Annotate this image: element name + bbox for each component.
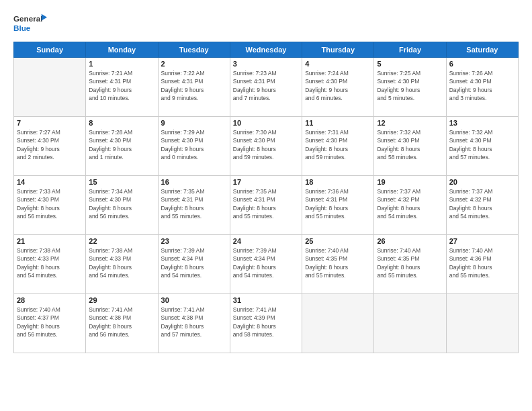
- day-cell: 8Sunrise: 7:28 AM Sunset: 4:30 PM Daylig…: [86, 117, 158, 176]
- day-info: Sunrise: 7:41 AM Sunset: 4:38 PM Dayligh…: [161, 306, 227, 338]
- day-info: Sunrise: 7:28 AM Sunset: 4:30 PM Dayligh…: [89, 128, 154, 161]
- day-cell: 18Sunrise: 7:36 AM Sunset: 4:31 PM Dayli…: [302, 176, 374, 235]
- week-row-4: 21Sunrise: 7:38 AM Sunset: 4:33 PM Dayli…: [14, 235, 519, 294]
- svg-text:Blue: Blue: [13, 24, 31, 32]
- day-number: 16: [161, 178, 227, 186]
- day-info: Sunrise: 7:39 AM Sunset: 4:34 PM Dayligh…: [233, 246, 299, 279]
- day-number: 1: [89, 60, 154, 68]
- day-cell: 20Sunrise: 7:37 AM Sunset: 4:32 PM Dayli…: [446, 176, 518, 235]
- logo-svg: General Blue: [13, 11, 47, 36]
- day-number: 2: [161, 60, 227, 68]
- day-number: 20: [449, 178, 515, 186]
- day-number: 8: [89, 119, 154, 127]
- day-cell: 25Sunrise: 7:40 AM Sunset: 4:35 PM Dayli…: [302, 235, 374, 294]
- day-info: Sunrise: 7:41 AM Sunset: 4:38 PM Dayligh…: [89, 306, 154, 338]
- day-cell: 6Sunrise: 7:26 AM Sunset: 4:30 PM Daylig…: [446, 58, 518, 117]
- day-cell: 26Sunrise: 7:40 AM Sunset: 4:35 PM Dayli…: [374, 235, 446, 294]
- day-info: Sunrise: 7:35 AM Sunset: 4:31 PM Dayligh…: [161, 187, 227, 220]
- day-cell: 16Sunrise: 7:35 AM Sunset: 4:31 PM Dayli…: [158, 176, 230, 235]
- col-header-thursday: Thursday: [302, 42, 374, 58]
- col-header-tuesday: Tuesday: [158, 42, 230, 58]
- day-number: 22: [89, 237, 154, 245]
- day-cell: [302, 294, 374, 353]
- day-number: 25: [305, 237, 371, 245]
- page-header: General Blue: [13, 11, 519, 36]
- day-info: Sunrise: 7:37 AM Sunset: 4:32 PM Dayligh…: [449, 187, 515, 220]
- day-cell: 30Sunrise: 7:41 AM Sunset: 4:38 PM Dayli…: [158, 294, 230, 353]
- day-info: Sunrise: 7:30 AM Sunset: 4:30 PM Dayligh…: [233, 128, 299, 161]
- day-number: 3: [233, 60, 299, 68]
- day-number: 14: [17, 178, 83, 186]
- col-header-wednesday: Wednesday: [230, 42, 302, 58]
- logo: General Blue: [13, 11, 47, 36]
- day-cell: 14Sunrise: 7:33 AM Sunset: 4:30 PM Dayli…: [14, 176, 86, 235]
- day-info: Sunrise: 7:29 AM Sunset: 4:30 PM Dayligh…: [161, 128, 227, 161]
- day-info: Sunrise: 7:34 AM Sunset: 4:30 PM Dayligh…: [89, 187, 154, 220]
- day-info: Sunrise: 7:25 AM Sunset: 4:30 PM Dayligh…: [377, 69, 443, 102]
- day-cell: 5Sunrise: 7:25 AM Sunset: 4:30 PM Daylig…: [374, 58, 446, 117]
- day-cell: 12Sunrise: 7:32 AM Sunset: 4:30 PM Dayli…: [374, 117, 446, 176]
- day-info: Sunrise: 7:41 AM Sunset: 4:39 PM Dayligh…: [233, 306, 299, 338]
- week-row-3: 14Sunrise: 7:33 AM Sunset: 4:30 PM Dayli…: [14, 176, 519, 235]
- svg-marker-2: [42, 14, 47, 21]
- day-cell: 28Sunrise: 7:40 AM Sunset: 4:37 PM Dayli…: [14, 294, 86, 353]
- day-number: 11: [305, 119, 371, 127]
- day-number: 12: [377, 119, 443, 127]
- day-cell: 31Sunrise: 7:41 AM Sunset: 4:39 PM Dayli…: [230, 294, 302, 353]
- day-cell: 22Sunrise: 7:38 AM Sunset: 4:33 PM Dayli…: [86, 235, 158, 294]
- day-cell: [374, 294, 446, 353]
- day-info: Sunrise: 7:32 AM Sunset: 4:30 PM Dayligh…: [377, 128, 443, 161]
- day-number: 24: [233, 237, 299, 245]
- day-cell: 9Sunrise: 7:29 AM Sunset: 4:30 PM Daylig…: [158, 117, 230, 176]
- col-header-monday: Monday: [86, 42, 158, 58]
- day-cell: 23Sunrise: 7:39 AM Sunset: 4:34 PM Dayli…: [158, 235, 230, 294]
- day-cell: 24Sunrise: 7:39 AM Sunset: 4:34 PM Dayli…: [230, 235, 302, 294]
- day-info: Sunrise: 7:40 AM Sunset: 4:35 PM Dayligh…: [305, 246, 371, 279]
- day-number: 6: [449, 60, 515, 68]
- day-number: 5: [377, 60, 443, 68]
- calendar-table: SundayMondayTuesdayWednesdayThursdayFrid…: [13, 42, 519, 353]
- day-info: Sunrise: 7:40 AM Sunset: 4:37 PM Dayligh…: [17, 306, 83, 338]
- day-cell: 3Sunrise: 7:23 AM Sunset: 4:31 PM Daylig…: [230, 58, 302, 117]
- day-cell: 2Sunrise: 7:22 AM Sunset: 4:31 PM Daylig…: [158, 58, 230, 117]
- day-info: Sunrise: 7:40 AM Sunset: 4:36 PM Dayligh…: [449, 246, 515, 279]
- day-info: Sunrise: 7:36 AM Sunset: 4:31 PM Dayligh…: [305, 187, 371, 220]
- col-header-friday: Friday: [374, 42, 446, 58]
- day-number: 7: [17, 119, 83, 127]
- day-number: 29: [89, 296, 154, 304]
- day-info: Sunrise: 7:23 AM Sunset: 4:31 PM Dayligh…: [233, 69, 299, 102]
- day-number: 28: [17, 296, 83, 304]
- day-number: 19: [377, 178, 443, 186]
- col-header-saturday: Saturday: [446, 42, 518, 58]
- day-info: Sunrise: 7:27 AM Sunset: 4:30 PM Dayligh…: [17, 128, 83, 161]
- day-cell: 1Sunrise: 7:21 AM Sunset: 4:31 PM Daylig…: [86, 58, 158, 117]
- day-info: Sunrise: 7:31 AM Sunset: 4:30 PM Dayligh…: [305, 128, 371, 161]
- day-number: 31: [233, 296, 299, 304]
- day-cell: 19Sunrise: 7:37 AM Sunset: 4:32 PM Dayli…: [374, 176, 446, 235]
- day-info: Sunrise: 7:26 AM Sunset: 4:30 PM Dayligh…: [449, 69, 515, 102]
- day-cell: [14, 58, 86, 117]
- day-number: 26: [377, 237, 443, 245]
- day-info: Sunrise: 7:39 AM Sunset: 4:34 PM Dayligh…: [161, 246, 227, 279]
- day-info: Sunrise: 7:32 AM Sunset: 4:30 PM Dayligh…: [449, 128, 515, 161]
- day-cell: 17Sunrise: 7:35 AM Sunset: 4:31 PM Dayli…: [230, 176, 302, 235]
- day-cell: 21Sunrise: 7:38 AM Sunset: 4:33 PM Dayli…: [14, 235, 86, 294]
- day-number: 17: [233, 178, 299, 186]
- day-number: 30: [161, 296, 227, 304]
- day-cell: 15Sunrise: 7:34 AM Sunset: 4:30 PM Dayli…: [86, 176, 158, 235]
- day-info: Sunrise: 7:38 AM Sunset: 4:33 PM Dayligh…: [17, 246, 83, 279]
- day-cell: 7Sunrise: 7:27 AM Sunset: 4:30 PM Daylig…: [14, 117, 86, 176]
- day-cell: 27Sunrise: 7:40 AM Sunset: 4:36 PM Dayli…: [446, 235, 518, 294]
- day-cell: 13Sunrise: 7:32 AM Sunset: 4:30 PM Dayli…: [446, 117, 518, 176]
- day-number: 18: [305, 178, 371, 186]
- week-row-5: 28Sunrise: 7:40 AM Sunset: 4:37 PM Dayli…: [14, 294, 519, 353]
- day-number: 13: [449, 119, 515, 127]
- day-number: 23: [161, 237, 227, 245]
- day-number: 15: [89, 178, 154, 186]
- day-info: Sunrise: 7:40 AM Sunset: 4:35 PM Dayligh…: [377, 246, 443, 279]
- day-cell: 29Sunrise: 7:41 AM Sunset: 4:38 PM Dayli…: [86, 294, 158, 353]
- day-info: Sunrise: 7:22 AM Sunset: 4:31 PM Dayligh…: [161, 69, 227, 102]
- day-cell: 11Sunrise: 7:31 AM Sunset: 4:30 PM Dayli…: [302, 117, 374, 176]
- week-row-2: 7Sunrise: 7:27 AM Sunset: 4:30 PM Daylig…: [14, 117, 519, 176]
- day-info: Sunrise: 7:33 AM Sunset: 4:30 PM Dayligh…: [17, 187, 83, 220]
